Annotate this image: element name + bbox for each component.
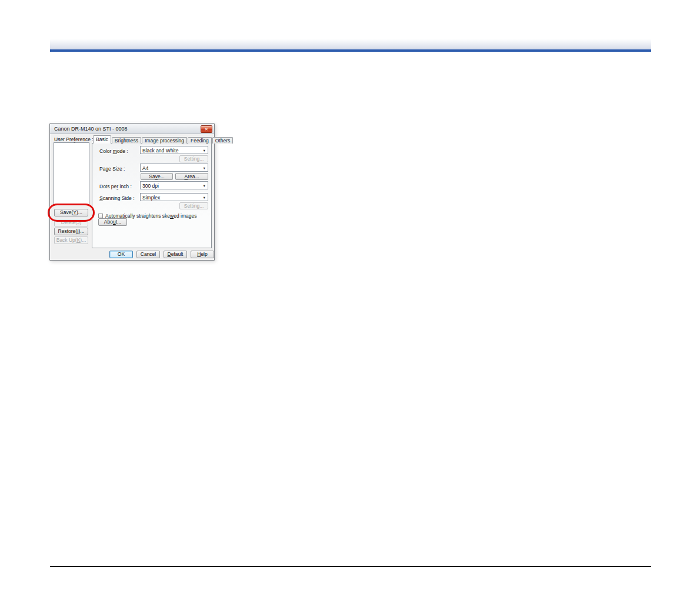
scanning-side-value: Simplex: [142, 195, 160, 201]
help-button[interactable]: Help: [191, 251, 214, 258]
page-size-value: A4: [142, 165, 148, 171]
user-preference-listbox[interactable]: [54, 142, 89, 205]
color-mode-select[interactable]: Black and White ▼: [140, 146, 208, 154]
backup-preference-button: Back Up(K)...: [54, 236, 88, 244]
about-button[interactable]: About...: [98, 218, 127, 226]
tab-feeding[interactable]: Feeding: [188, 137, 212, 144]
tab-others[interactable]: Others: [212, 137, 234, 144]
close-button[interactable]: ✕: [201, 125, 212, 133]
dots-per-inch-value: 300 dpi: [142, 183, 159, 189]
settings-tab-control: Basic Brightness Image processing Feedin…: [92, 135, 212, 248]
deskew-checkbox[interactable]: [98, 214, 103, 218]
dots-per-inch-label: Dots per inch :: [99, 184, 132, 189]
scanner-driver-dialog: Canon DR-M140 on STI - 0008 ✕ User Prefe…: [49, 123, 215, 261]
dialog-titlebar[interactable]: Canon DR-M140 on STI - 0008 ✕: [50, 124, 214, 134]
user-preference-label: User Preference :: [54, 136, 94, 142]
scan-area-button[interactable]: Area...: [175, 173, 208, 180]
cancel-button[interactable]: Cancel: [136, 251, 160, 258]
dots-per-inch-select[interactable]: 300 dpi ▼: [140, 181, 208, 189]
manual-page: Canon DR-M140 on STI - 0008 ✕ User Prefe…: [0, 0, 700, 600]
color-mode-setting-button: Setting...: [179, 155, 208, 162]
page-size-select[interactable]: A4 ▼: [140, 164, 208, 172]
save-preference-button[interactable]: Save(Y)...: [54, 209, 88, 216]
tab-image-processing[interactable]: Image processing: [142, 137, 187, 144]
delete-preference-button: Delete(J): [54, 219, 88, 226]
tab-brightness[interactable]: Brightness: [112, 137, 141, 144]
tab-basic[interactable]: Basic: [93, 135, 111, 144]
restore-preference-button[interactable]: Restore(I)...: [54, 228, 88, 235]
dialog-title: Canon DR-M140 on STI - 0008: [54, 126, 128, 132]
tab-strip: Basic Brightness Image processing Feedin…: [93, 135, 234, 144]
page-footer-rule: [50, 566, 651, 567]
default-button[interactable]: Default: [164, 251, 187, 258]
color-mode-label: Color mode :: [99, 148, 128, 154]
ok-button[interactable]: OK: [109, 251, 133, 258]
scanning-side-select[interactable]: Simplex ▼: [140, 193, 208, 201]
page-size-label: Page Size :: [99, 166, 125, 172]
basic-tab-panel: Color mode : Black and White ▼ Setting..…: [92, 143, 212, 248]
scanning-side-setting-button: Setting...: [179, 202, 208, 209]
chevron-down-icon: ▼: [203, 166, 206, 170]
chevron-down-icon: ▼: [203, 149, 206, 152]
chevron-down-icon: ▼: [203, 184, 206, 188]
chevron-down-icon: ▼: [203, 196, 206, 199]
page-size-save-button[interactable]: Save...: [141, 173, 173, 180]
page-header-rule: [50, 39, 651, 52]
close-icon: ✕: [205, 127, 208, 131]
scanning-side-label: Scanning Side :: [99, 195, 135, 201]
color-mode-value: Black and White: [142, 148, 178, 154]
